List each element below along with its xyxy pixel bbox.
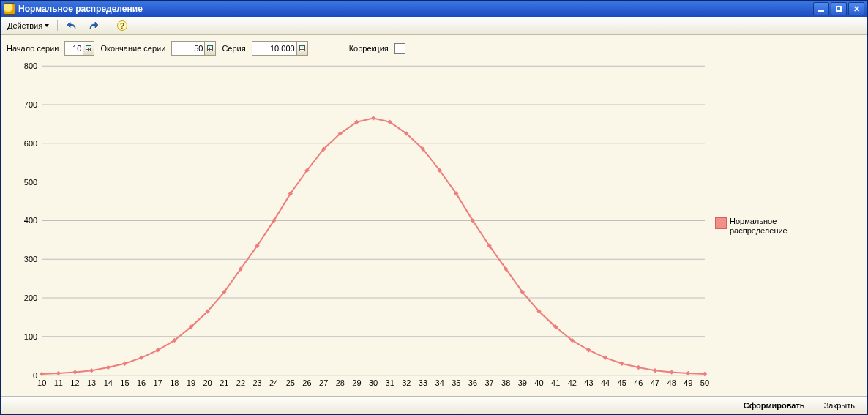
svg-text:11: 11 bbox=[54, 378, 63, 387]
svg-text:18: 18 bbox=[170, 378, 179, 387]
svg-text:19: 19 bbox=[187, 378, 195, 387]
end-input[interactable] bbox=[172, 42, 204, 54]
generate-button[interactable]: Сформировать bbox=[737, 399, 812, 412]
actions-menu-button[interactable]: Действия bbox=[4, 18, 53, 33]
svg-text:43: 43 bbox=[584, 378, 593, 387]
series-stepper[interactable] bbox=[296, 42, 307, 55]
actions-menu-label: Действия bbox=[7, 21, 42, 30]
svg-text:27: 27 bbox=[319, 378, 328, 387]
undo-button[interactable] bbox=[62, 18, 81, 33]
chart-area: 0100200300400500600700800101112131415161… bbox=[1, 59, 867, 396]
svg-text:40: 40 bbox=[534, 378, 543, 387]
svg-text:12: 12 bbox=[70, 378, 79, 387]
toolbar-separator bbox=[57, 20, 58, 31]
svg-rect-13 bbox=[210, 50, 212, 51]
svg-text:800: 800 bbox=[24, 61, 37, 70]
svg-text:200: 200 bbox=[24, 294, 37, 302]
parameters-panel: Начало серии Окончание серии Серия Корре… bbox=[1, 35, 867, 59]
svg-text:100: 100 bbox=[24, 332, 37, 341]
help-button[interactable]: ? bbox=[113, 18, 132, 33]
svg-rect-12 bbox=[208, 50, 209, 51]
chart-plot: 0100200300400500600700800101112131415161… bbox=[7, 59, 712, 393]
svg-text:37: 37 bbox=[484, 378, 493, 387]
correction-checkbox[interactable] bbox=[394, 43, 405, 54]
svg-text:700: 700 bbox=[24, 100, 37, 109]
close-icon: ✕ bbox=[853, 4, 860, 14]
end-label: Окончание серии bbox=[100, 44, 165, 53]
svg-text:45: 45 bbox=[618, 378, 626, 387]
svg-rect-17 bbox=[302, 48, 304, 49]
svg-text:10: 10 bbox=[37, 378, 46, 387]
svg-text:500: 500 bbox=[24, 178, 37, 187]
maximize-icon bbox=[836, 6, 842, 12]
svg-rect-4 bbox=[86, 48, 88, 49]
svg-rect-18 bbox=[300, 50, 302, 51]
svg-text:50: 50 bbox=[700, 378, 709, 387]
legend: Нормальноераспределение bbox=[712, 59, 861, 393]
calculator-icon bbox=[299, 45, 306, 52]
svg-text:33: 33 bbox=[419, 378, 427, 387]
help-icon: ? bbox=[116, 20, 128, 31]
start-input[interactable] bbox=[65, 42, 83, 54]
toolbar: Действия ? bbox=[1, 17, 867, 35]
svg-text:25: 25 bbox=[286, 378, 295, 387]
svg-rect-6 bbox=[86, 50, 88, 51]
minimize-icon bbox=[818, 10, 824, 12]
svg-text:21: 21 bbox=[220, 378, 228, 387]
end-stepper[interactable] bbox=[204, 42, 215, 55]
series-field bbox=[252, 41, 308, 56]
titlebar: Нормальное распределение ✕ bbox=[1, 1, 867, 17]
window-title: Нормальное распределение bbox=[18, 4, 813, 14]
end-field bbox=[171, 41, 216, 56]
bottom-bar: Сформировать Закрыть bbox=[1, 396, 867, 414]
close-button[interactable]: ✕ bbox=[848, 2, 864, 15]
svg-text:42: 42 bbox=[568, 378, 577, 387]
svg-text:300: 300 bbox=[24, 255, 37, 263]
svg-rect-5 bbox=[89, 48, 90, 49]
svg-text:44: 44 bbox=[601, 378, 610, 387]
svg-text:32: 32 bbox=[402, 378, 411, 387]
svg-text:36: 36 bbox=[468, 378, 477, 387]
start-stepper[interactable] bbox=[83, 42, 94, 55]
svg-rect-15 bbox=[300, 46, 304, 48]
svg-rect-9 bbox=[208, 46, 212, 48]
svg-rect-11 bbox=[210, 48, 212, 49]
svg-text:13: 13 bbox=[87, 378, 96, 387]
maximize-button[interactable] bbox=[831, 2, 847, 15]
svg-text:47: 47 bbox=[651, 378, 659, 387]
series-input[interactable] bbox=[252, 42, 296, 54]
svg-text:17: 17 bbox=[154, 378, 162, 387]
redo-button[interactable] bbox=[84, 18, 103, 33]
window-controls: ✕ bbox=[813, 2, 864, 15]
svg-text:20: 20 bbox=[203, 378, 212, 387]
start-field bbox=[64, 41, 94, 56]
legend-swatch bbox=[715, 217, 727, 229]
series-label: Серия bbox=[222, 44, 245, 53]
svg-text:23: 23 bbox=[252, 378, 261, 387]
svg-text:41: 41 bbox=[551, 378, 560, 387]
svg-text:22: 22 bbox=[236, 378, 245, 387]
calculator-icon bbox=[85, 45, 92, 52]
calculator-icon bbox=[206, 45, 214, 52]
start-label: Начало серии bbox=[7, 44, 59, 53]
svg-rect-19 bbox=[302, 50, 304, 51]
svg-rect-7 bbox=[89, 50, 90, 51]
minimize-button[interactable] bbox=[813, 2, 829, 15]
svg-text:31: 31 bbox=[386, 378, 394, 387]
undo-icon bbox=[66, 20, 78, 31]
close-window-button[interactable]: Закрыть bbox=[818, 399, 861, 412]
toolbar-separator bbox=[108, 20, 108, 31]
svg-text:?: ? bbox=[120, 22, 124, 30]
svg-text:48: 48 bbox=[667, 378, 676, 387]
app-window: Нормальное распределение ✕ Действия ? На… bbox=[0, 0, 868, 415]
svg-rect-16 bbox=[300, 48, 302, 49]
svg-rect-10 bbox=[208, 48, 209, 49]
svg-text:14: 14 bbox=[104, 378, 113, 387]
svg-text:46: 46 bbox=[634, 378, 643, 387]
svg-text:39: 39 bbox=[518, 378, 527, 387]
svg-text:35: 35 bbox=[452, 378, 460, 387]
svg-text:15: 15 bbox=[120, 378, 129, 387]
redo-icon bbox=[88, 20, 100, 31]
svg-text:49: 49 bbox=[684, 378, 692, 387]
app-icon bbox=[4, 3, 15, 15]
